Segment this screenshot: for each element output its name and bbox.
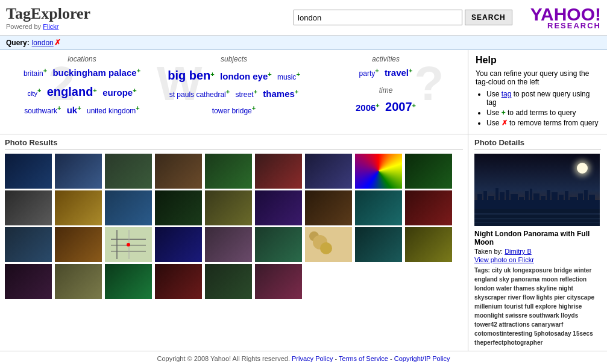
tag-travel[interactable]: travel <box>385 67 409 78</box>
query-bar: Query: london ✗ <box>0 36 607 50</box>
locations-title: locations <box>9 55 155 63</box>
photo-results-title: Photo Results <box>5 138 463 150</box>
tag-bigben-plus[interactable]: + <box>210 71 214 78</box>
svg-rect-19 <box>519 197 524 209</box>
photo-thumb[interactable] <box>255 154 302 189</box>
photo-thumb[interactable] <box>255 227 302 262</box>
photo-thumb[interactable] <box>255 264 302 299</box>
photo-thumb[interactable] <box>305 190 352 225</box>
tag-2006[interactable]: 2006 <box>356 102 376 113</box>
photo-thumb[interactable] <box>155 190 202 225</box>
tag-uk2-plus[interactable]: + <box>136 104 139 111</box>
search-button[interactable]: SEARCH <box>465 10 512 25</box>
photo-thumb[interactable] <box>105 190 152 225</box>
tag-buckingham-plus[interactable]: + <box>137 67 140 74</box>
tag-2006-plus[interactable]: + <box>376 102 379 109</box>
photo-thumb[interactable] <box>205 264 252 299</box>
tag-britain-plus[interactable]: + <box>43 67 47 74</box>
photo-thumb[interactable] <box>255 190 302 225</box>
svg-rect-12 <box>477 194 482 209</box>
tag-section-subjects: subjects big ben+ london eye+ music+ st … <box>158 55 310 119</box>
photo-thumb[interactable] <box>355 190 402 225</box>
tag-towerbridge-plus[interactable]: + <box>252 104 256 111</box>
time-title: time <box>313 86 459 95</box>
flickr-link[interactable]: Flickr <box>43 23 58 30</box>
photo-thumb[interactable] <box>55 190 102 225</box>
photo-thumb[interactable] <box>55 154 102 189</box>
tag-street-plus[interactable]: + <box>254 88 257 95</box>
photo-thumb[interactable] <box>205 154 252 189</box>
tag-thames[interactable]: thames <box>263 89 295 99</box>
tag-travel-plus[interactable]: + <box>409 67 412 74</box>
tag-england-plus[interactable]: + <box>93 87 96 94</box>
remove-query-button[interactable]: ✗ <box>54 38 61 47</box>
photo-thumb[interactable] <box>355 154 402 189</box>
photo-thumb[interactable] <box>305 227 352 262</box>
tag-2007-plus[interactable]: + <box>412 102 416 109</box>
tag-london-eye[interactable]: london eye <box>220 71 268 81</box>
tag-party[interactable]: party <box>359 69 376 78</box>
tag-tower-bridge[interactable]: tower bridge <box>212 107 252 115</box>
logo-area: TagExplorer Powered by Flickr <box>6 5 90 30</box>
tag-uk[interactable]: uk <box>67 105 78 115</box>
privacy-policy-link[interactable]: Privacy Policy <box>292 355 333 362</box>
yahoo-logo-block: YAHOO! RESEARCH <box>512 5 601 30</box>
photo-thumb[interactable] <box>55 264 102 299</box>
tag-southwark-plus[interactable]: + <box>57 104 61 111</box>
tag-thames-plus[interactable]: + <box>295 88 298 95</box>
tag-big-ben[interactable]: big ben <box>168 69 210 82</box>
activities-title: activities <box>313 55 459 63</box>
tag-buckingham-palace[interactable]: buckingham palace <box>52 67 136 78</box>
photo-taken: Taken by: Dimitry B <box>474 248 601 255</box>
help-tag-link[interactable]: tag <box>502 90 512 98</box>
photo-thumb[interactable] <box>155 264 202 299</box>
query-term[interactable]: london <box>32 39 54 47</box>
photo-thumb[interactable] <box>305 154 352 189</box>
featured-photo[interactable] <box>474 154 600 226</box>
tag-europe[interactable]: europe <box>102 87 133 98</box>
tag-city[interactable]: city <box>27 90 37 97</box>
photo-thumb[interactable] <box>405 190 452 225</box>
photo-thumb[interactable] <box>405 227 452 262</box>
photo-thumb[interactable] <box>105 264 152 299</box>
tag-2007[interactable]: 2007 <box>385 100 412 113</box>
photo-thumb[interactable] <box>355 227 402 262</box>
tag-londoneye-plus[interactable]: + <box>268 71 271 78</box>
tag-uk-plus[interactable]: + <box>77 104 81 111</box>
svg-rect-25 <box>552 192 558 209</box>
photo-thumb[interactable] <box>5 190 52 225</box>
tag-street[interactable]: street <box>236 90 254 99</box>
copyright-ip-link[interactable]: Copyright/IP Policy <box>394 355 450 362</box>
tag-st-pauls[interactable]: st pauls cathedral <box>169 90 226 99</box>
photo-thumb[interactable] <box>155 154 202 189</box>
photo-thumb[interactable] <box>105 154 152 189</box>
photo-thumb[interactable] <box>105 227 152 262</box>
tag-party-plus[interactable]: + <box>375 67 379 74</box>
view-flickr-link[interactable]: View photo on Flickr <box>474 256 534 263</box>
search-input[interactable] <box>294 10 462 25</box>
tag-britain[interactable]: britain <box>24 69 43 78</box>
photo-thumb[interactable] <box>205 227 252 262</box>
tag-section-locations: locations britain+ buckingham palace+ ci… <box>6 55 158 119</box>
photo-thumb[interactable] <box>5 227 52 262</box>
photo-thumb[interactable] <box>55 227 102 262</box>
photo-thumb[interactable] <box>405 154 452 189</box>
tag-stpauls-plus[interactable]: + <box>226 88 230 95</box>
tag-southwark[interactable]: southwark <box>24 107 57 115</box>
tag-music-plus[interactable]: + <box>296 71 300 78</box>
photo-thumb[interactable] <box>5 154 52 189</box>
photo-thumb[interactable] <box>205 190 252 225</box>
taken-by-link[interactable]: Dimitry B <box>505 248 532 255</box>
svg-rect-32 <box>474 209 600 226</box>
tos-link[interactable]: Terms of Service <box>339 355 388 362</box>
tags-content: city uk longexposure bridge winter engla… <box>474 267 594 346</box>
tag-music[interactable]: music <box>277 73 296 81</box>
photo-thumb[interactable] <box>5 264 52 299</box>
tag-united-kingdom[interactable]: united kingdom <box>87 107 136 115</box>
svg-rect-15 <box>495 188 498 209</box>
tag-city-plus[interactable]: + <box>37 87 41 94</box>
header: TagExplorer Powered by Flickr SEARCH YAH… <box>0 0 607 36</box>
tag-england[interactable]: england <box>47 85 93 98</box>
photo-thumb[interactable] <box>155 227 202 262</box>
tag-europe-plus[interactable]: + <box>133 87 136 94</box>
